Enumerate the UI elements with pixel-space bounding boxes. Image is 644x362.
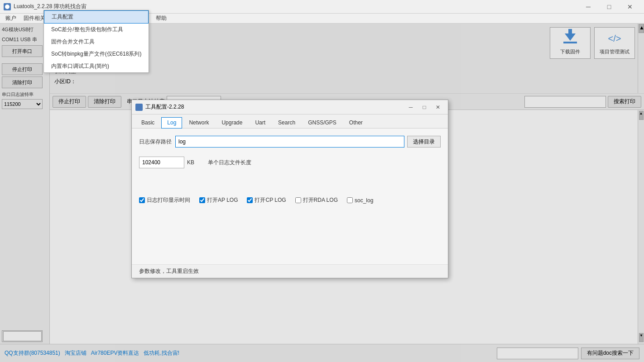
checkbox-cp[interactable]: 打开CP LOG (247, 196, 286, 204)
dialog-minimize-button[interactable]: ─ (404, 102, 417, 113)
dropdown-item-toolconfig[interactable]: 工具配置 (44, 10, 149, 24)
log-size-row: KB 单个日志文件长度 (139, 157, 441, 168)
log-path-label: 日志保存路径 (139, 138, 175, 146)
menu-account[interactable]: 账户 (2, 14, 20, 23)
dialog-controls: ─ □ ✕ (404, 102, 444, 113)
tab-upgrade[interactable]: Upgrade (216, 117, 248, 128)
checkbox-cp-input[interactable] (247, 197, 253, 203)
checkbox-rda-label: 打开RDA LOG (303, 196, 338, 204)
dropdown-item-serial-debug[interactable]: 内置串口调试工具(简约) (44, 60, 149, 72)
size-label: 单个日志文件长度 (208, 159, 251, 167)
dropdown-menu: 工具配置 SoC差分/整包升级包制作工具 固件合并文件工具 SoC转binpkg… (43, 10, 149, 73)
checkbox-soc-input[interactable] (347, 197, 353, 203)
checkbox-rda[interactable]: 打开RDA LOG (295, 196, 338, 204)
window-title: Luatools_2.2.28 障功耗找合宙 (14, 3, 87, 10)
dialog-titlebar: 工具配置-2.2.28 ─ □ ✕ (132, 100, 448, 114)
size-unit: KB (187, 159, 194, 166)
maximize-button[interactable]: □ (599, 0, 620, 14)
tab-log[interactable]: Log (161, 117, 182, 129)
checkbox-cp-label: 打开CP LOG (255, 196, 286, 204)
checkbox-ap-input[interactable] (199, 197, 205, 203)
checkbox-ap-label: 打开AP LOG (207, 196, 238, 204)
dialog-content: 日志保存路径 选择目录 KB 单个日志文件长度 日志打印显示时间 打开AP LO… (132, 129, 448, 264)
checkbox-rda-input[interactable] (295, 197, 301, 203)
checkbox-time[interactable]: 日志打印显示时间 (139, 196, 190, 204)
tab-network[interactable]: Network (183, 117, 215, 128)
tab-basic[interactable]: Basic (135, 117, 160, 128)
dialog-title-text: 工具配置-2.2.28 (145, 103, 184, 111)
title-bar-controls: ─ □ ✕ (578, 0, 640, 14)
log-path-input[interactable] (175, 136, 404, 148)
title-bar-left: Luatools_2.2.28 障功耗找合宙 (4, 3, 87, 10)
log-size-input[interactable] (139, 157, 184, 168)
dialog-title-left: 工具配置-2.2.28 (135, 103, 184, 111)
footer-text: 参数修改，工具重启生效 (139, 268, 199, 274)
dialog-maximize-button[interactable]: □ (418, 102, 431, 113)
log-path-row: 日志保存路径 选择目录 (139, 136, 441, 148)
tab-other[interactable]: Other (343, 117, 369, 128)
dropdown-item-soc-diff[interactable]: SoC差分/整包升级包制作工具 (44, 24, 149, 36)
checkbox-time-input[interactable] (139, 197, 145, 203)
menu-help[interactable]: 帮助 (152, 14, 170, 23)
dialog-icon (135, 104, 143, 111)
browse-dir-button[interactable]: 选择目录 (407, 136, 441, 148)
tab-gnss[interactable]: GNSS/GPS (302, 117, 342, 128)
tab-search[interactable]: Search (272, 117, 301, 128)
checkbox-ap[interactable]: 打开AP LOG (199, 196, 238, 204)
checkbox-time-label: 日志打印显示时间 (147, 196, 190, 204)
checkbox-row: 日志打印显示时间 打开AP LOG 打开CP LOG 打开RDA LOG soc… (139, 196, 441, 204)
menu-bar: 账户 固件相关 选项及工具 合宙特色服务 资源目录 帮助 工具配置 SoC差分/… (0, 14, 644, 24)
close-button[interactable]: ✕ (620, 0, 640, 14)
svg-point-0 (5, 5, 10, 9)
dropdown-item-binpkg[interactable]: SoC转binpkg量产文件(仅EC618系列) (44, 48, 149, 60)
dialog-footer: 参数修改，工具重启生效 (132, 264, 448, 278)
dropdown-item-firmware-merge[interactable]: 固件合并文件工具 (44, 36, 149, 48)
dialog-close-button[interactable]: ✕ (432, 102, 444, 113)
tool-config-dialog: 工具配置-2.2.28 ─ □ ✕ Basic Log Network Upgr… (131, 100, 448, 278)
spacer (139, 174, 441, 183)
minimize-button[interactable]: ─ (578, 0, 599, 14)
checkbox-soc-label: soc_log (355, 197, 373, 204)
app-icon (4, 3, 11, 10)
dialog-tabs: Basic Log Network Upgrade Uart Search GN… (132, 114, 448, 129)
checkbox-soc[interactable]: soc_log (347, 197, 373, 204)
tab-uart[interactable]: Uart (249, 117, 271, 128)
